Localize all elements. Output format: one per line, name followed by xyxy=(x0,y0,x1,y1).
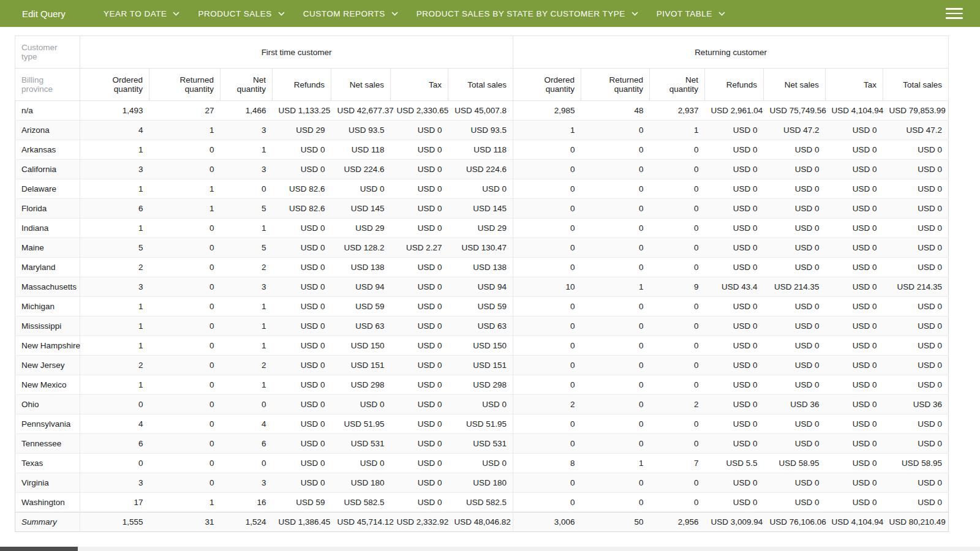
menu-year-to-date[interactable]: YEAR TO DATE xyxy=(104,9,180,18)
value-cell: 1,524 xyxy=(221,512,273,532)
value-cell: 1 xyxy=(221,297,273,317)
value-cell: 0 xyxy=(650,336,705,356)
edit-query-button[interactable]: Edit Query xyxy=(22,9,66,19)
chevron-down-icon xyxy=(173,12,179,16)
value-cell: USD 36 xyxy=(764,395,826,414)
value-cell: USD 0 xyxy=(764,414,826,434)
value-cell: USD 224.6 xyxy=(448,160,513,179)
value-cell: 6 xyxy=(221,434,273,454)
value-cell: 16 xyxy=(221,493,273,512)
value-cell: USD 0 xyxy=(826,317,883,336)
value-cell: USD 93.5 xyxy=(331,121,391,140)
value-cell: USD 0 xyxy=(391,473,448,493)
value-cell: USD 2,961.04 xyxy=(705,101,764,121)
value-cell: 0 xyxy=(581,258,650,277)
value-cell: 1 xyxy=(581,454,650,473)
value-cell: USD 0 xyxy=(826,277,883,297)
value-cell: 0 xyxy=(650,238,705,258)
col-header-ordered-quantity-returning[interactable]: Ordered quantity xyxy=(513,69,581,101)
table-row: New Hampshire101USD 0USD 150USD 0USD 150… xyxy=(15,336,949,356)
col-header-tax-returning[interactable]: Tax xyxy=(826,69,883,101)
value-cell: USD 0 xyxy=(764,375,826,395)
value-cell: USD 47.2 xyxy=(883,121,949,140)
value-cell: 0 xyxy=(513,179,581,199)
col-header-returned-quantity-first[interactable]: Returned quantity xyxy=(149,69,221,101)
menu-pivot-table[interactable]: PIVOT TABLE xyxy=(657,9,725,18)
value-cell: 0 xyxy=(221,179,273,199)
row-label: Pennsylvania xyxy=(15,414,80,434)
value-cell: USD 0 xyxy=(705,238,764,258)
value-cell: USD 2.27 xyxy=(391,238,448,258)
value-cell: USD 0 xyxy=(883,199,949,219)
col-header-net-sales-returning[interactable]: Net sales xyxy=(764,69,826,101)
value-cell: USD 0 xyxy=(826,375,883,395)
value-cell: USD 29 xyxy=(331,219,391,238)
value-cell: USD 0 xyxy=(391,454,448,473)
value-cell: 0 xyxy=(650,179,705,199)
menu-report-name[interactable]: PRODUCT SALES BY STATE BY CUSTOMER TYPE xyxy=(417,9,638,18)
col-header-total-sales-returning[interactable]: Total sales xyxy=(883,69,949,101)
col-header-ordered-quantity-first[interactable]: Ordered quantity xyxy=(80,69,149,101)
chevron-down-icon xyxy=(631,12,638,16)
col-header-net-quantity-returning[interactable]: Net quantity xyxy=(650,69,705,101)
value-cell: 4 xyxy=(80,414,149,434)
value-cell: USD 128.2 xyxy=(331,238,391,258)
value-cell: 0 xyxy=(650,258,705,277)
value-cell: 0 xyxy=(513,375,581,395)
value-cell: 2,985 xyxy=(513,101,581,121)
value-cell: 9 xyxy=(650,277,705,297)
value-cell: 5 xyxy=(80,238,149,258)
value-cell: 0 xyxy=(149,238,221,258)
value-cell: 1 xyxy=(149,179,221,199)
value-cell: USD 130.47 xyxy=(448,238,513,258)
value-cell: 10 xyxy=(513,277,581,297)
hamburger-menu-icon[interactable] xyxy=(946,6,963,21)
col-header-refunds-first[interactable]: Refunds xyxy=(273,69,331,101)
chevron-down-icon xyxy=(391,12,398,16)
col-header-net-quantity-first[interactable]: Net quantity xyxy=(221,69,273,101)
value-cell: 0 xyxy=(581,121,650,140)
value-cell: USD 0 xyxy=(764,179,826,199)
horizontal-scrollbar-track[interactable] xyxy=(0,547,980,551)
menu-custom-reports[interactable]: CUSTOM REPORTS xyxy=(303,9,398,18)
value-cell: 3,006 xyxy=(513,512,581,532)
value-cell: 1 xyxy=(221,140,273,160)
value-cell: USD 180 xyxy=(448,473,513,493)
col-header-net-sales-first[interactable]: Net sales xyxy=(331,69,391,101)
value-cell: 4 xyxy=(221,414,273,434)
col-header-returned-quantity-returning[interactable]: Returned quantity xyxy=(581,69,650,101)
value-cell: USD 0 xyxy=(273,238,331,258)
row-label: Arkansas xyxy=(15,140,80,160)
value-cell: 0 xyxy=(80,454,149,473)
value-cell: USD 0 xyxy=(883,414,949,434)
value-cell: USD 118 xyxy=(448,140,513,160)
menu-label: YEAR TO DATE xyxy=(104,9,167,18)
row-label: Summary xyxy=(15,512,80,532)
value-cell: 0 xyxy=(581,297,650,317)
col-header-refunds-returning[interactable]: Refunds xyxy=(705,69,764,101)
table-row: Florida615USD 82.6USD 145USD 0USD 145000… xyxy=(15,199,949,219)
value-cell: 2 xyxy=(80,258,149,277)
value-cell: 0 xyxy=(650,317,705,336)
value-cell: USD 0 xyxy=(448,395,513,414)
value-cell: USD 0 xyxy=(705,375,764,395)
value-cell: USD 0 xyxy=(273,414,331,434)
row-label: Mississippi xyxy=(15,317,80,336)
value-cell: USD 145 xyxy=(331,199,391,219)
menu-product-sales[interactable]: PRODUCT SALES xyxy=(198,9,284,18)
horizontal-scrollbar-thumb[interactable] xyxy=(0,547,78,551)
value-cell: 5 xyxy=(221,199,273,219)
value-cell: 1 xyxy=(149,199,221,219)
col-header-total-sales-first[interactable]: Total sales xyxy=(448,69,513,101)
value-cell: USD 0 xyxy=(883,297,949,317)
value-cell: USD 118 xyxy=(331,140,391,160)
value-cell: 0 xyxy=(581,375,650,395)
col-header-tax-first[interactable]: Tax xyxy=(391,69,448,101)
value-cell: 0 xyxy=(513,434,581,454)
value-cell: USD 0 xyxy=(826,179,883,199)
value-cell: USD 0 xyxy=(705,140,764,160)
value-cell: USD 0 xyxy=(705,219,764,238)
value-cell: 3 xyxy=(80,473,149,493)
value-cell: USD 0 xyxy=(391,336,448,356)
value-cell: USD 1,386.45 xyxy=(273,512,331,532)
